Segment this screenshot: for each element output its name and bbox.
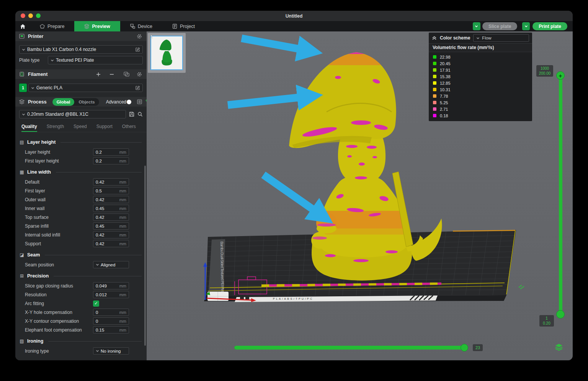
remove-filament-icon[interactable] [109,72,114,77]
bottom-layer-number: 1 [541,316,552,321]
legend-value: 10.31 [440,87,451,92]
preview-viewport[interactable]: Bambu Dual-Sided Textured PEI Plate PLA/… [147,31,573,360]
process-tab-bar: QualityStrengthSpeedSupportOthers [21,122,147,132]
filament-slot-badge[interactable]: 1 [19,84,27,92]
layer-slider-top-handle[interactable] [556,71,565,80]
save-preset-icon[interactable] [129,112,134,117]
layer-slider-bottom-handle[interactable] [556,310,565,319]
input-unit: mm [119,206,126,211]
outer-wall-input[interactable]: 0.42mm [93,196,129,203]
scope-objects[interactable]: Objects [74,98,99,106]
internal-solid-infill-input[interactable]: 0.42mm [93,231,129,238]
seam-position-select[interactable]: Aligned [93,261,129,268]
legend-value: 0.18 [440,113,448,118]
legend-value: 2.71 [440,107,448,112]
printer-preset-select[interactable]: Bambu Lab X1 Carbon 0.4 nozzle [19,45,143,54]
layers-view-button[interactable] [554,342,564,352]
inner-wall-input[interactable]: 0.45mm [93,205,129,212]
tab-label: Project [180,24,195,29]
print-plate-button[interactable]: Print plate [532,22,567,30]
layer-slider-track[interactable] [559,76,562,314]
layer-slider-top-tooltip: 1000 200.00 [536,65,553,77]
precision-icon: ⊞ [19,273,24,279]
sidebar-scrollbar[interactable] [144,166,146,346]
setting-row-elephant-foot-compensation: Elephant foot compensation0.15mm [25,326,129,333]
process-icon [19,99,24,104]
section-ironing: ▨IroningIroning typeNo ironing [15,337,147,355]
first-layer-height-input[interactable]: 0.2mm [93,157,129,164]
tab-project[interactable]: Project [162,21,205,31]
legend-swatch [433,88,436,91]
printer-settings-gear-icon[interactable] [137,34,142,39]
printer-preset-value: Bambu Lab X1 Carbon 0.4 nozzle [27,47,96,52]
bottom-layer-height: 0.20 [541,321,552,326]
setting-row-arc-fitting: Arc fitting✓ [25,300,129,307]
view-all-settings-icon[interactable] [137,99,142,104]
setting-row-sparse-infill: Sparse infill0.45mm [25,222,129,230]
top-surface-input[interactable]: 0.42mm [93,213,129,221]
setting-label: Ironing type [25,348,93,354]
close-button[interactable] [21,13,25,18]
printer-section-title: Printer [28,34,43,39]
move-slider-handle[interactable] [461,344,468,351]
zoom-button[interactable] [36,13,41,18]
edit-filament-icon[interactable] [136,85,140,90]
arc-fitting-checkbox[interactable]: ✓ [93,301,99,307]
input-unit: mm [119,215,126,220]
color-scheme-select[interactable]: Flow [473,34,529,42]
process-tab-speed[interactable]: Speed [74,122,87,132]
process-preset-select[interactable]: 0.20mm Standard @BBL X1C [19,110,126,118]
setting-row-inner-wall: Inner wall0.45mm [25,205,129,212]
minimize-button[interactable] [28,13,33,18]
tab-device[interactable]: Device [120,21,162,31]
elephant-foot-compensation-input[interactable]: 0.15mm [93,326,129,333]
tab-preview[interactable]: Preview [74,21,120,31]
slice-plate-button[interactable]: Slice plate [482,22,517,30]
plate-logo-icon [519,285,524,289]
support-input[interactable]: 0.42mm [93,240,129,247]
layer-height-icon: ▤ [19,140,24,145]
input-value: 0.2 [96,159,119,163]
process-tab-others[interactable]: Others [122,122,136,132]
setting-label: Internal solid infill [25,232,93,238]
layer-height-input[interactable]: 0.2mm [93,148,129,156]
input-value: 0.42 [96,197,119,202]
slice-options-dropdown[interactable] [473,22,480,30]
home-button[interactable] [15,21,30,31]
process-tab-support[interactable]: Support [96,122,113,132]
project-icon [172,24,177,29]
ams-sync-icon[interactable] [124,72,129,77]
sparse-infill-input[interactable]: 0.45mm [93,222,129,230]
input-unit: mm [119,328,126,332]
resolution-input[interactable]: 0.012mm [93,291,129,298]
add-filament-icon[interactable] [96,72,101,77]
first-layer-input[interactable]: 0.5mm [93,187,129,194]
print-options-dropdown[interactable] [522,22,530,30]
edit-printer-icon[interactable] [136,47,140,52]
tab-label: Preview [92,24,110,29]
filament-preset-select[interactable]: Generic PLA [28,84,143,92]
input-value: 0.42 [96,233,119,237]
process-tab-strength[interactable]: Strength [47,122,64,132]
section-title: Ironing [27,338,43,344]
plate-index-badge: 1 [150,35,153,39]
tab-prepare[interactable]: Prepare [30,21,74,31]
filament-settings-gear-icon[interactable] [137,72,142,77]
input-unit: mm [119,180,126,184]
x-y-hole-compensation-input[interactable]: 0mm [93,309,129,316]
slice-gap-closing-radius-input[interactable]: 0.049mm [93,282,129,289]
setting-row-first-layer-height: First layer height0.2mm [25,157,129,164]
scope-global[interactable]: Global [52,98,75,106]
collapse-legend-icon[interactable] [432,36,437,40]
legend-item: 15.38 [429,73,532,80]
layer-height-header: ▤Layer height [19,138,142,146]
search-settings-icon[interactable] [137,112,143,117]
default-input[interactable]: 0.42mm [93,178,129,186]
tab-label: Prepare [47,24,64,29]
input-value: 0 [96,319,119,324]
ironing-type-select[interactable]: No ironing [93,347,129,355]
process-tab-quality[interactable]: Quality [21,122,37,132]
plate-thumbnail[interactable]: 1 [148,33,186,73]
x-y-contour-compensation-input[interactable]: 0mm [93,317,129,325]
plate-type-select[interactable]: Textured PEI Plate [48,56,143,64]
